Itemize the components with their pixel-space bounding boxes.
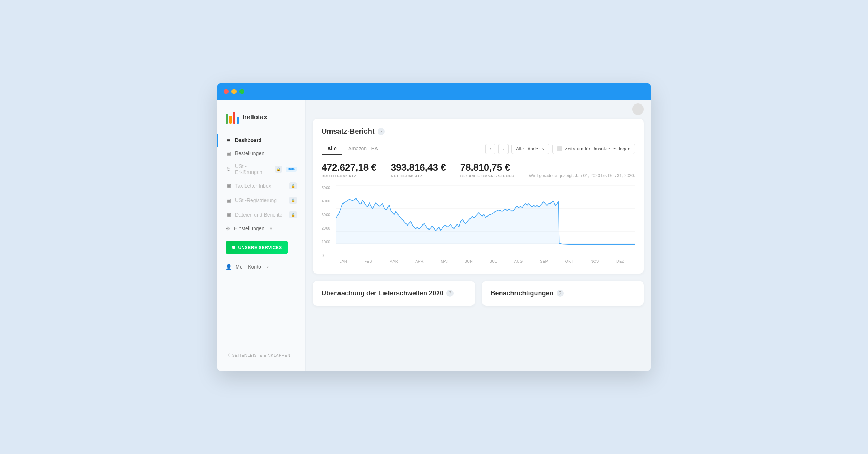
sidebar-item-ust-registrierung[interactable]: ▣ USt.-Registrierung 🔒 — [217, 193, 305, 207]
sidebar-item-mein-konto[interactable]: 👤 Mein Konto ∨ — [217, 260, 305, 273]
help-icon-lieferschwellen[interactable]: ? — [446, 290, 454, 297]
sidebar-item-dashboard[interactable]: ≡ Dashboard — [217, 134, 305, 147]
einstellungen-label: Einstellungen — [234, 226, 264, 231]
sidebar: hellotax ≡ Dashboard ▣ Bestellungen ↻ US… — [217, 100, 306, 371]
chart-x-labels: JAN FEB MÄR APR MAI JUN JUL AUG SEP OKT … — [322, 258, 635, 264]
person-icon: 👤 — [226, 264, 232, 270]
x-label-aug: AUG — [514, 259, 523, 264]
logo-text: hellotax — [243, 113, 267, 121]
mein-konto-label: Mein Konto — [235, 264, 261, 270]
x-label-jan: JAN — [340, 259, 347, 264]
lieferschwellen-card: Überwachung der Lieferschwellen 2020 ? — [313, 281, 475, 306]
collapse-label: SEITENLEISTE EINKLAPPEN — [232, 353, 290, 357]
chart-fill — [336, 198, 559, 244]
benachrichtigungen-title: Benachrichtigungen — [491, 290, 554, 297]
lock-icon: 🔒 — [291, 184, 295, 188]
y-label-2000: 2000 — [322, 226, 335, 230]
steuer-value: 78.810,75 € — [460, 162, 515, 173]
date-range-button[interactable]: Zeitraum für Umsätze festlegen — [552, 144, 635, 154]
lock-icon: 🔒 — [276, 167, 281, 171]
report-tabs: Alle Amazon FBA ‹ › Alle Länder ∨ — [322, 143, 635, 155]
logo-icon — [226, 111, 239, 124]
brutto-label: BRUTTO-UMSATZ — [322, 174, 376, 178]
x-label-jun: JUN — [465, 259, 472, 264]
date-range-label: Zeitraum für Umsätze festlegen — [565, 146, 630, 151]
sidebar-item-label: USt.-Registrierung — [235, 197, 286, 203]
sidebar-item-tax-letter-inbox[interactable]: ▣ Tax Letter Inbox 🔒 — [217, 179, 305, 193]
reg-icon: ▣ — [226, 197, 231, 203]
sidebar-item-bestellungen[interactable]: ▣ Bestellungen — [217, 147, 305, 160]
maximize-button[interactable] — [239, 89, 244, 94]
stat-netto: 393.816,43 € NETTO-UMSATZ — [391, 162, 446, 178]
sidebar-item-ust-erklaerungen[interactable]: ↻ USt.-Erklärungen 🔒 Beta — [217, 160, 305, 179]
lock-badge: 🔒 — [289, 211, 297, 218]
sidebar-collapse-button[interactable]: 《 SEITENLEISTE EINKLAPPEN — [217, 347, 305, 364]
prev-arrow[interactable]: ‹ — [485, 144, 495, 154]
sidebar-item-dateien-berichte[interactable]: ▣ Dateien und Berichte 🔒 — [217, 207, 305, 222]
unsere-services-label: UNSERE SERVICES — [238, 245, 282, 250]
chart-container: 0 1000 2000 3000 4000 5000 — [322, 185, 635, 265]
close-button[interactable] — [224, 89, 229, 94]
country-selector[interactable]: Alle Länder ∨ — [511, 144, 549, 154]
lock-badge: 🔒 — [289, 197, 297, 204]
browser-body: hellotax ≡ Dashboard ▣ Bestellungen ↻ US… — [217, 100, 651, 371]
netto-value: 393.816,43 € — [391, 162, 446, 173]
y-label-3000: 3000 — [322, 213, 335, 217]
y-label-1000: 1000 — [322, 240, 335, 244]
files-icon: ▣ — [226, 212, 231, 218]
benachrichtigungen-header: Benachrichtigungen ? — [491, 290, 635, 297]
tab-amazon-fba[interactable]: Amazon FBA — [342, 143, 384, 155]
orders-icon: ▣ — [226, 150, 231, 156]
chevron-down-icon: ∨ — [269, 226, 272, 231]
steuer-label: GESAMTE UMSATZSTEUER — [460, 174, 515, 178]
gear-icon: ⚙ — [226, 226, 230, 231]
bottom-cards: Überwachung der Lieferschwellen 2020 ? B… — [313, 281, 644, 306]
chevron-down-icon: ∨ — [542, 147, 545, 151]
sidebar-item-label: Dateien und Berichte — [235, 212, 286, 218]
content-area: Umsatz-Bericht ? Alle Amazon FBA ‹ — [306, 119, 651, 313]
tab-alle[interactable]: Alle — [322, 143, 342, 155]
netto-label: NETTO-UMSATZ — [391, 174, 446, 178]
stats-date-info: Wird gerade angezeigt: Jan 01, 2020 bis … — [529, 173, 635, 178]
grid-icon: ⊞ — [231, 245, 235, 250]
lieferschwellen-header: Überwachung der Lieferschwellen 2020 ? — [322, 290, 466, 297]
x-label-dez: DEZ — [616, 259, 624, 264]
lock-icon: 🔒 — [291, 198, 295, 202]
logo-area: hellotax — [217, 107, 305, 134]
tabs-controls: ‹ › Alle Länder ∨ Zeitraum für Umsätze f… — [485, 144, 635, 154]
country-label: Alle Länder — [516, 146, 540, 151]
umsatz-bericht-card: Umsatz-Bericht ? Alle Amazon FBA ‹ — [313, 119, 644, 274]
x-label-sep: SEP — [540, 259, 548, 264]
tab-amazon-fba-label: Amazon FBA — [348, 146, 378, 151]
y-label-4000: 4000 — [322, 199, 335, 203]
browser-window: hellotax ≡ Dashboard ▣ Bestellungen ↻ US… — [217, 83, 651, 371]
stats-row: 472.627,18 € BRUTTO-UMSATZ 393.816,43 € … — [322, 162, 635, 178]
main-content: T Umsatz-Bericht ? Alle — [306, 100, 651, 371]
x-label-okt: OKT — [565, 259, 573, 264]
x-label-apr: APR — [415, 259, 424, 264]
calendar-icon — [557, 146, 562, 151]
tab-alle-label: Alle — [327, 146, 337, 151]
help-icon-report[interactable]: ? — [378, 128, 385, 135]
sidebar-item-label: Dashboard — [235, 137, 297, 143]
benachrichtigungen-card: Benachrichtigungen ? — [482, 281, 644, 306]
sidebar-item-label: Tax Letter Inbox — [235, 183, 286, 189]
sidebar-item-einstellungen[interactable]: ⚙ Einstellungen ∨ — [217, 222, 305, 235]
beta-badge: Beta — [286, 167, 297, 172]
card-header: Umsatz-Bericht ? — [322, 127, 635, 136]
unsere-services-button[interactable]: ⊞ UNSERE SERVICES — [226, 241, 288, 254]
x-label-jul: JUL — [490, 259, 497, 264]
tax-icon: ↻ — [226, 166, 231, 172]
x-label-mai: MAI — [441, 259, 448, 264]
lock-icon: 🔒 — [291, 213, 295, 217]
chart-svg — [336, 185, 635, 258]
chevron-down-icon: ∨ — [266, 265, 269, 269]
user-avatar[interactable]: T — [632, 103, 644, 115]
card-title: Umsatz-Bericht — [322, 127, 375, 136]
chevron-left-icon: 《 — [226, 352, 230, 358]
next-arrow[interactable]: › — [498, 144, 509, 154]
y-label-5000: 5000 — [322, 185, 335, 190]
help-icon-benachrichtigungen[interactable]: ? — [557, 290, 564, 297]
minimize-button[interactable] — [231, 89, 237, 94]
lock-badge: 🔒 — [275, 166, 282, 173]
